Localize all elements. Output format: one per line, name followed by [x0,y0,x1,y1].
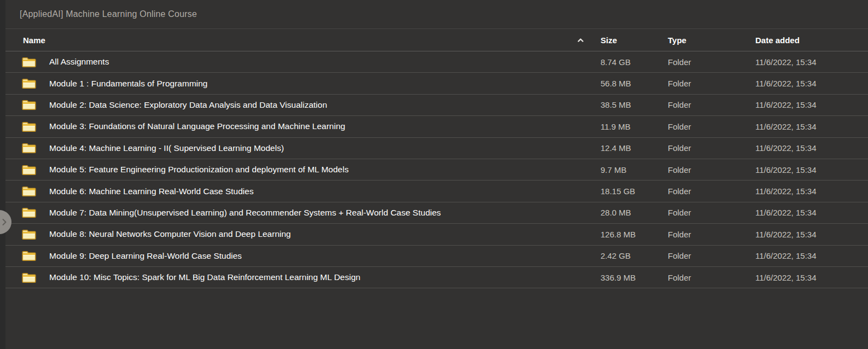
titlebar: [AppliedAI] Machine Learning Online Cour… [5,0,868,29]
folder-icon [22,229,36,240]
folder-icon [22,185,36,197]
file-date-added: 11/6/2022, 15:34 [755,230,868,239]
column-header-name[interactable]: Name [5,36,601,45]
table-body: All Assignments 8.74 GB Folder 11/6/2022… [5,51,868,288]
file-type: Folder [668,122,755,131]
file-size: 56.8 MB [601,79,668,88]
file-type: Folder [668,273,755,282]
file-size: 11.9 MB [601,122,668,131]
table-row[interactable]: All Assignments 8.74 GB Folder 11/6/2022… [5,51,868,73]
file-size: 38.5 MB [601,100,668,109]
folder-icon [22,121,36,132]
folder-icon [22,78,36,89]
column-header-size[interactable]: Size [601,36,668,45]
file-name[interactable]: All Assignments [49,57,109,67]
table-row[interactable]: Module 8: Neural Networks Computer Visio… [5,224,868,245]
folder-icon [22,56,36,68]
file-type: Folder [668,165,755,174]
file-size: 336.9 MB [601,273,668,282]
table-row[interactable]: Module 4: Machine Learning - II( Supervi… [5,138,868,159]
sort-ascending-icon[interactable] [577,38,584,43]
file-size: 18.15 GB [601,187,668,196]
file-date-added: 11/6/2022, 15:34 [755,57,868,67]
file-type: Folder [668,208,755,217]
file-type: Folder [668,251,755,260]
file-type: Folder [668,79,755,88]
file-type: Folder [668,100,755,109]
folder-icon [22,142,36,154]
file-type: Folder [668,230,755,239]
file-size: 12.4 MB [601,143,668,153]
file-name[interactable]: Module 3: Foundations of Natural Languag… [49,121,345,131]
file-type: Folder [668,57,755,67]
folder-icon [22,164,36,176]
table-header: Name Size Type Date added [5,29,868,51]
folder-icon [22,250,36,261]
file-date-added: 11/6/2022, 15:34 [755,143,868,153]
file-name[interactable]: Module 5: Feature Engineering Production… [49,165,348,174]
table-row[interactable]: Module 3: Foundations of Natural Languag… [5,116,868,137]
file-size: 126.8 MB [601,230,668,239]
file-name[interactable]: Module 6: Machine Learning Real-World Ca… [49,187,254,196]
column-header-type[interactable]: Type [668,36,755,45]
chevron-right-icon [2,218,7,226]
page-title: [AppliedAI] Machine Learning Online Cour… [20,9,197,19]
file-date-added: 11/6/2022, 15:34 [755,273,868,282]
folder-icon [22,272,36,283]
file-date-added: 11/6/2022, 15:34 [755,208,868,217]
table-row[interactable]: Module 6: Machine Learning Real-World Ca… [5,181,868,202]
folder-icon [22,207,36,218]
file-size: 9.7 MB [601,165,668,174]
table-row[interactable]: Module 7: Data Mining(Unsupervised Learn… [5,202,868,224]
table-row[interactable]: Module 9: Deep Learning Real-World Case … [5,246,868,267]
table-row[interactable]: Module 5: Feature Engineering Production… [5,159,868,181]
file-date-added: 11/6/2022, 15:34 [755,165,868,174]
file-date-added: 11/6/2022, 15:34 [755,251,868,260]
file-name[interactable]: Module 8: Neural Networks Computer Visio… [49,229,291,239]
column-header-date-added[interactable]: Date added [755,36,868,45]
file-type: Folder [668,143,755,153]
file-date-added: 11/6/2022, 15:34 [755,122,868,131]
file-name[interactable]: Module 9: Deep Learning Real-World Case … [49,251,242,261]
file-size: 2.42 GB [601,251,668,260]
file-type: Folder [668,187,755,196]
table-row[interactable]: Module 10: Misc Topics: Spark for ML Big… [5,267,868,288]
file-name[interactable]: Module 4: Machine Learning - II( Supervi… [49,143,284,153]
file-name[interactable]: Module 7: Data Mining(Unsupervised Learn… [49,208,441,218]
file-browser-panel: [AppliedAI] Machine Learning Online Cour… [5,0,868,349]
file-size: 8.74 GB [601,57,668,67]
column-header-name-label: Name [23,36,45,45]
table-row[interactable]: Module 1 : Fundamentals of Programming 5… [5,73,868,94]
file-date-added: 11/6/2022, 15:34 [755,187,868,196]
file-date-added: 11/6/2022, 15:34 [755,100,868,109]
file-name[interactable]: Module 2: Data Science: Exploratory Data… [49,100,327,110]
file-size: 28.0 MB [601,208,668,217]
file-name[interactable]: Module 10: Misc Topics: Spark for ML Big… [49,272,360,282]
file-name[interactable]: Module 1 : Fundamentals of Programming [49,79,207,89]
file-date-added: 11/6/2022, 15:34 [755,79,868,88]
folder-icon [22,99,36,110]
table-row[interactable]: Module 2: Data Science: Exploratory Data… [5,95,868,116]
